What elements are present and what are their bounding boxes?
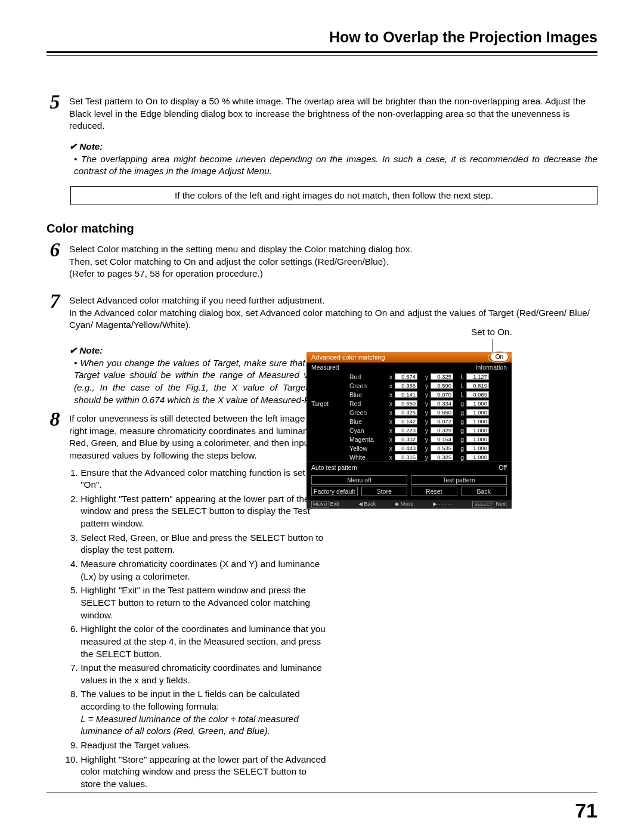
osd-x-value[interactable] xyxy=(395,400,417,407)
osd-x-label: x xyxy=(385,409,392,416)
osd-button-reset[interactable]: Reset xyxy=(411,487,457,496)
osd-y-label: y xyxy=(421,436,428,443)
osd-y-value[interactable] xyxy=(431,373,453,380)
header-rule-thin xyxy=(47,55,597,56)
osd-button-test-pattern[interactable]: Test pattern xyxy=(411,475,507,485)
osd-y-value[interactable] xyxy=(431,454,453,460)
osd-color-name: Blue xyxy=(349,391,383,398)
osd-l-value[interactable] xyxy=(466,373,489,380)
osd-x-value[interactable] xyxy=(395,436,417,442)
step-6-line1: Select Color matching in the setting men… xyxy=(69,243,597,256)
osd-y-label: y xyxy=(421,445,428,452)
osd-y-value[interactable] xyxy=(431,391,453,398)
note-7-body: When you change the values of Target, ma… xyxy=(74,358,328,405)
osd-l-label: g xyxy=(457,454,464,461)
note-heading-7: Note: xyxy=(69,345,328,357)
menu-key-icon: MENU xyxy=(311,501,329,507)
osd-y-value[interactable] xyxy=(431,400,453,407)
osd-color-name: Cyan xyxy=(349,427,383,434)
osd-l-value[interactable] xyxy=(466,391,489,398)
osd-x-label: x xyxy=(385,427,392,434)
osd-x-value[interactable] xyxy=(395,427,417,433)
osd-x-value[interactable] xyxy=(395,391,417,398)
osd-x-value[interactable] xyxy=(395,418,417,425)
step-number-8: 8 xyxy=(47,408,63,431)
page-number: 71 xyxy=(575,799,597,822)
osd-l-value[interactable] xyxy=(466,400,489,407)
osd-title: Advanced color matching xyxy=(311,354,385,361)
osd-l-label: L xyxy=(457,373,464,380)
osd-y-label: y xyxy=(421,373,428,380)
osd-l-label: L xyxy=(457,391,464,398)
osd-button-store[interactable]: Store xyxy=(361,487,408,496)
header-rule-thick xyxy=(47,51,597,53)
osd-color-row: Yellowxyg xyxy=(306,444,512,453)
osd-nav-move: Move xyxy=(401,501,414,507)
osd-title-bar: Advanced color matching On xyxy=(306,352,512,363)
osd-x-value[interactable] xyxy=(395,445,417,451)
osd-color-name: Red xyxy=(349,400,383,407)
osd-y-label: y xyxy=(421,427,428,434)
osd-l-value[interactable] xyxy=(466,382,489,389)
osd-x-value[interactable] xyxy=(395,409,417,416)
osd-y-value[interactable] xyxy=(431,445,453,451)
osd-l-value[interactable] xyxy=(466,436,489,442)
osd-x-value[interactable] xyxy=(395,454,417,460)
osd-y-value[interactable] xyxy=(431,418,453,425)
osd-auto-test-pattern[interactable]: Auto test pattern Off xyxy=(306,462,512,473)
osd-l-value[interactable] xyxy=(466,409,489,416)
osd-l-label: g xyxy=(457,445,464,452)
osd-button-menu-off[interactable]: Menu off xyxy=(311,475,407,485)
osd-subheader: Measured Information xyxy=(306,363,512,372)
step-number-6: 6 xyxy=(47,239,63,261)
osd-l-label: g xyxy=(457,427,464,434)
osd-y-label: y xyxy=(421,382,428,389)
osd-l-label: g xyxy=(457,418,464,425)
osd-x-label: x xyxy=(385,454,392,461)
osd-button-factory-default[interactable]: Factory default xyxy=(311,487,358,496)
osd-color-row: BluexyL xyxy=(306,390,512,399)
osd-auto-test-label: Auto test pattern xyxy=(311,464,357,471)
osd-color-row: Greenxyg xyxy=(306,408,512,417)
note-heading: Note: xyxy=(69,141,597,153)
step-8-intro: If color unevenness is still detected be… xyxy=(69,413,328,462)
step-8-item: The values to be input in the L fields c… xyxy=(80,688,328,738)
osd-color-row: Bluexyg xyxy=(306,417,512,426)
footer-rule xyxy=(47,792,597,792)
osd-y-label: y xyxy=(421,409,428,416)
step-number-7: 7 xyxy=(47,290,63,312)
osd-section-label: Target xyxy=(311,400,347,407)
osd-x-value[interactable] xyxy=(395,382,417,389)
osd-y-value[interactable] xyxy=(431,382,453,389)
boxed-callout: If the colors of the left and right imag… xyxy=(70,186,597,205)
osd-y-label: y xyxy=(421,400,428,407)
osd-button-back[interactable]: Back xyxy=(461,487,507,496)
osd-x-label: x xyxy=(385,418,392,425)
osd-x-value[interactable] xyxy=(395,373,417,380)
osd-x-label: x xyxy=(385,400,392,407)
osd-y-value[interactable] xyxy=(431,427,453,433)
osd-y-value[interactable] xyxy=(431,409,453,416)
step-8-item: Highlight "Test pattern" appearing at th… xyxy=(80,493,328,530)
osd-color-name: Blue xyxy=(349,418,383,425)
select-key-icon: SELECT xyxy=(472,501,494,507)
osd-nav-exit: Exit xyxy=(330,501,339,507)
osd-on-pill[interactable]: On xyxy=(491,353,508,361)
osd-l-value[interactable] xyxy=(466,454,489,460)
osd-y-value[interactable] xyxy=(431,436,453,442)
osd-color-name: Magenta xyxy=(349,436,383,443)
osd-nav-bar: MENUExit ◀ Back ◆ Move ▶ - - - - - SELEC… xyxy=(306,500,512,509)
osd-auto-test-value: Off xyxy=(499,464,507,471)
section-color-matching: Color matching xyxy=(47,222,597,236)
osd-x-label: x xyxy=(385,382,392,389)
osd-color-row: RedxyL xyxy=(306,372,512,381)
osd-y-label: y xyxy=(421,391,428,398)
osd-nav-next: Next xyxy=(496,501,507,507)
osd-color-row: Magentaxyg xyxy=(306,435,512,444)
osd-l-value[interactable] xyxy=(466,445,489,451)
osd-l-value[interactable] xyxy=(466,427,489,433)
osd-l-value[interactable] xyxy=(466,418,489,425)
step-7-line2: In the Advanced color matching dialog bo… xyxy=(69,307,597,332)
osd-l-label: L xyxy=(457,382,464,389)
figure-leader-line xyxy=(493,339,493,352)
